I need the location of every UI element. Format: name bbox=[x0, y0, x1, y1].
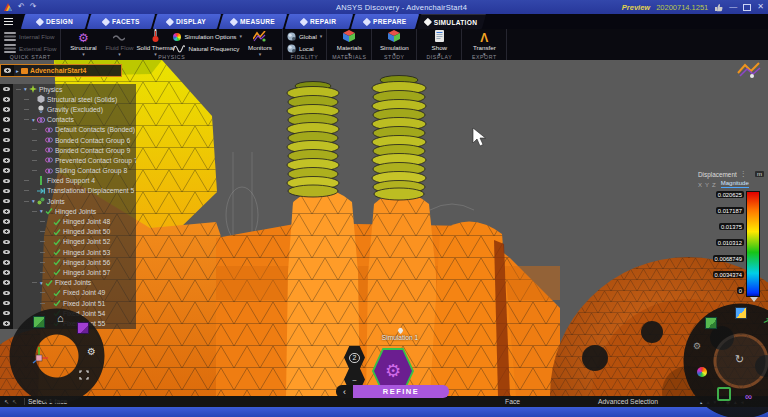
tab-measure[interactable]: Measure bbox=[219, 14, 287, 29]
natural-frequency-button[interactable]: Natural Frequency bbox=[173, 43, 241, 53]
tab-design[interactable]: Design bbox=[21, 14, 89, 29]
model-cube-icon[interactable] bbox=[735, 307, 747, 319]
tab-display[interactable]: Display bbox=[153, 14, 221, 29]
visibility-eye-icon[interactable] bbox=[0, 125, 13, 135]
simulation-button[interactable]: Simulation▾ bbox=[376, 30, 412, 56]
tree-item-contacts[interactable]: ▾Contacts bbox=[0, 115, 136, 125]
refine-collapse-chevron[interactable]: ‹ bbox=[336, 385, 353, 398]
select-cursor-icon[interactable]: ↖ bbox=[4, 398, 9, 405]
minimize-button[interactable]: — bbox=[729, 3, 737, 11]
legend-tab-x[interactable]: X bbox=[698, 182, 702, 188]
fluid-flow-button[interactable]: Fluid Flow▾ bbox=[101, 30, 137, 56]
isometric-view-icon[interactable] bbox=[33, 316, 45, 328]
legend-tab-z[interactable]: Z bbox=[712, 182, 716, 188]
expand-arrow-icon[interactable]: ▾ bbox=[38, 208, 45, 214]
tree-item-sliding-contact-group-8[interactable]: Sliding Contact Group 8 bbox=[0, 166, 136, 176]
view-nav-wheel[interactable]: ⌂ ⚙ bbox=[9, 308, 105, 404]
view-settings-gear-icon[interactable]: ⚙ bbox=[87, 346, 96, 357]
local-button[interactable]: Local bbox=[287, 43, 322, 53]
solid-thermal-button[interactable]: Solid Thermal▾ bbox=[137, 30, 173, 56]
visibility-eye-icon[interactable] bbox=[0, 318, 13, 328]
monitors-loop-icon[interactable]: ∞ bbox=[745, 391, 752, 402]
tree-item-structural-steel-solids[interactable]: Structural steel (Solids) bbox=[0, 94, 136, 104]
tab-prepare[interactable]: Prepare bbox=[351, 14, 419, 29]
fidelity-counter-hex[interactable]: 2 bbox=[344, 346, 365, 369]
redo-icon[interactable]: ↷ bbox=[30, 3, 37, 11]
tree-item-fixed-support-4[interactable]: Fixed Support 4 bbox=[0, 176, 136, 186]
feedback-thumb-icon[interactable] bbox=[714, 3, 723, 12]
maximize-button[interactable] bbox=[743, 4, 751, 11]
visibility-eye-icon[interactable] bbox=[0, 288, 13, 298]
tree-item-fixed-joints[interactable]: ▾Fixed Joints bbox=[0, 278, 136, 288]
visibility-eye-icon[interactable] bbox=[0, 84, 13, 94]
visibility-eye-icon[interactable] bbox=[0, 237, 13, 247]
tree-item-gravity-excluded[interactable]: Gravity (Excluded) bbox=[0, 104, 136, 114]
legend-filter-icon[interactable] bbox=[750, 297, 758, 302]
visibility-eye-icon[interactable] bbox=[0, 186, 13, 196]
visibility-eye-icon[interactable] bbox=[0, 278, 13, 288]
section-view-icon[interactable] bbox=[77, 322, 89, 334]
expand-arrow-icon[interactable]: ▸ bbox=[14, 68, 21, 74]
visibility-eye-icon[interactable] bbox=[0, 104, 13, 114]
external-flow-button[interactable]: External Flow bbox=[4, 43, 56, 53]
legend-tab-magnitude[interactable]: Magnitude bbox=[721, 180, 749, 188]
visibility-eye-icon[interactable] bbox=[0, 135, 13, 145]
transfer-button[interactable]: ΛTransfer▾ bbox=[466, 30, 502, 56]
expand-arrow-icon[interactable]: ▾ bbox=[38, 280, 45, 286]
visibility-eye-icon[interactable] bbox=[0, 298, 13, 308]
tree-item-hinged-joint-57[interactable]: Hinged Joint 57 bbox=[0, 267, 136, 277]
visibility-eye-icon[interactable] bbox=[0, 308, 13, 318]
visibility-eye-icon[interactable] bbox=[1, 65, 14, 76]
visibility-eye-icon[interactable] bbox=[0, 94, 13, 104]
visibility-eye-icon[interactable] bbox=[0, 267, 13, 277]
visibility-eye-icon[interactable] bbox=[0, 206, 13, 216]
expand-arrow-icon[interactable]: ▾ bbox=[22, 86, 29, 92]
tree-item-physics[interactable]: ▾Physics bbox=[0, 84, 136, 94]
tab-facets[interactable]: Facets bbox=[87, 14, 155, 29]
tree-root-item[interactable]: ▸ AdvenchairStart4 bbox=[0, 64, 122, 77]
tab-simulation[interactable]: Simulation bbox=[417, 14, 486, 29]
selection-mode-label[interactable]: Face bbox=[505, 398, 520, 405]
zoom-extents-icon[interactable] bbox=[79, 370, 89, 380]
structural-button[interactable]: ⚙Structural▾ bbox=[65, 30, 101, 56]
legend-color-bar[interactable] bbox=[746, 191, 760, 297]
tree-item-fixed-joint-49[interactable]: Fixed Joint 49 bbox=[0, 288, 136, 298]
tree-item-hinged-joints[interactable]: ▾Hinged Joints bbox=[0, 206, 136, 216]
visibility-eye-icon[interactable] bbox=[0, 216, 13, 226]
tree-item-default-contacts-bonded[interactable]: Default Contacts (Bonded) bbox=[0, 125, 136, 135]
display-square-icon[interactable] bbox=[717, 387, 731, 401]
visibility-eye-icon[interactable] bbox=[0, 247, 13, 257]
tree-item-hinged-joint-48[interactable]: Hinged Joint 48 bbox=[0, 216, 136, 226]
advanced-selection-label[interactable]: Advanced Selection bbox=[598, 398, 658, 405]
visibility-eye-icon[interactable] bbox=[0, 257, 13, 267]
box-select-cursor-icon[interactable]: ↖ bbox=[12, 398, 17, 405]
export-arrow-icon[interactable]: ➔ bbox=[761, 314, 768, 328]
mesh-gear-icon[interactable]: ⚙ bbox=[693, 341, 701, 351]
refine-button[interactable]: Refine bbox=[353, 385, 449, 398]
tree-item-hinged-joint-50[interactable]: Hinged Joint 50 bbox=[0, 227, 136, 237]
close-button[interactable]: ✕ bbox=[757, 3, 764, 11]
3d-viewport[interactable]: ▸ AdvenchairStart4 ▾PhysicsStructural st… bbox=[0, 60, 768, 396]
visibility-eye-icon[interactable] bbox=[0, 227, 13, 237]
materials-palette-icon[interactable] bbox=[697, 367, 707, 377]
tree-item-bonded-contact-group-9[interactable]: Bonded Contact Group 9 bbox=[0, 145, 136, 155]
monitors-button[interactable]: Monitors▾ bbox=[242, 30, 278, 56]
expand-arrow-icon[interactable]: ▾ bbox=[30, 117, 37, 123]
visibility-eye-icon[interactable] bbox=[0, 166, 13, 176]
tree-item-hinged-joint-53[interactable]: Hinged Joint 53 bbox=[0, 247, 136, 257]
tree-item-hinged-joint-52[interactable]: Hinged Joint 52 bbox=[0, 237, 136, 247]
fidelity-cube-icon[interactable] bbox=[705, 317, 717, 329]
undo-icon[interactable]: ↶ bbox=[18, 3, 25, 11]
tree-item-hinged-joint-56[interactable]: Hinged Joint 56 bbox=[0, 257, 136, 267]
expand-arrow-icon[interactable]: ▾ bbox=[30, 198, 37, 204]
visibility-eye-icon[interactable] bbox=[0, 145, 13, 155]
legend-menu-icon[interactable]: ⋮ bbox=[740, 170, 747, 178]
legend-tab-y[interactable]: Y bbox=[705, 182, 709, 188]
visibility-eye-icon[interactable] bbox=[0, 176, 13, 186]
show-button[interactable]: Show▾ bbox=[421, 30, 457, 56]
materials-button[interactable]: Materials▾ bbox=[331, 30, 367, 56]
tree-item-prevented-contact-group-7[interactable]: Prevented Contact Group 7 bbox=[0, 155, 136, 165]
tree-item-translational-displacement-5[interactable]: Translational Displacement 5 bbox=[0, 186, 136, 196]
tree-item-joints[interactable]: ▾Joints bbox=[0, 196, 136, 206]
home-view-icon[interactable]: ⌂ bbox=[57, 312, 64, 324]
